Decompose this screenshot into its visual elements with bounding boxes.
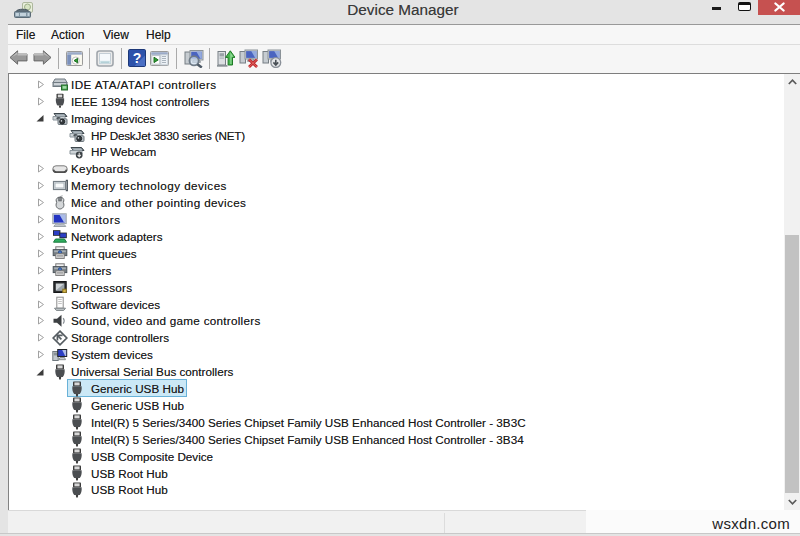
svg-text:?: ? <box>133 50 142 66</box>
